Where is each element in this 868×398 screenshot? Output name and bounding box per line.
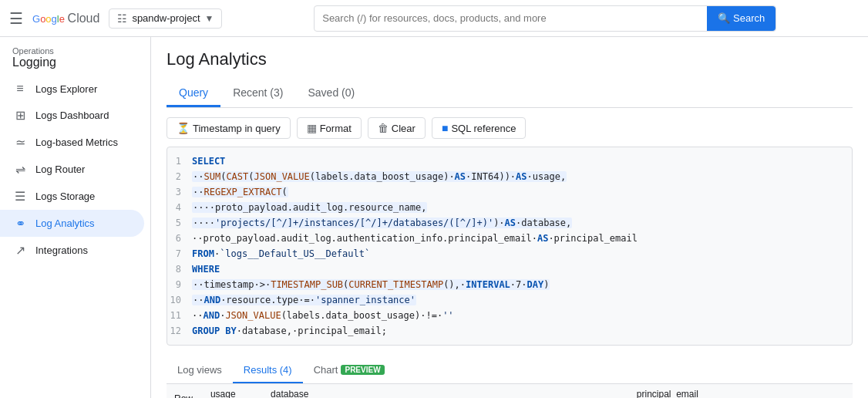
content-area: Log Analytics Query Recent (3) Saved (0)… [151,37,868,398]
sidebar-header: Operations Logging [0,37,150,76]
sidebar-item-label: Logs Dashboard [35,110,109,121]
sql-line-9: 9 ··timestamp·>·TIMESTAMP_SUB(CURRENT_TI… [167,277,852,292]
sidebar-item-integrations[interactable]: ↗ Integrations [0,237,144,264]
sql-editor[interactable]: 1 SELECT 2 ··SUM(CAST(JSON_VALUE(labels.… [167,147,853,346]
sql-line-11: 11 ··AND·JSON_VALUE(labels.data_boost_us… [167,308,852,323]
timestamp-label: Timestamp in query [193,123,281,134]
sql-ref-label: SQL reference [451,123,516,134]
sql-line-6: 6 ··proto_payload.audit_log.authenticati… [167,231,852,246]
search-button[interactable]: 🔍 Search [707,6,775,31]
query-tabs: Query Recent (3) Saved (0) [167,80,853,108]
sql-line-10: 10 ··AND·resource.type·=·'spanner_instan… [167,292,852,308]
tab-saved[interactable]: Saved (0) [295,80,367,107]
sidebar-item-logs-storage[interactable]: ☰ Logs Storage [0,183,144,210]
sql-line-4: 4 ····proto_payload.audit_log.resource_n… [167,200,852,215]
sql-reference-button[interactable]: ■ SQL reference [432,117,527,139]
storage-icon: ☰ [12,189,28,204]
sql-line-8: 8 WHERE [167,261,852,277]
sidebar-item-log-based-metrics[interactable]: ≃ Log-based Metrics [0,129,144,156]
router-icon: ⇌ [12,162,28,177]
chart-label: Chart [314,364,338,376]
clear-icon: 🗑 [378,122,389,134]
sql-line-1: 1 SELECT [167,153,852,169]
dashboard-icon: ⊞ [12,108,28,123]
format-icon: ▦ [307,122,317,134]
sql-line-7: 7 FROM·`logs__Default_US__Default` [167,246,852,261]
project-icon: ☷ [117,12,127,25]
sidebar-item-label: Logs Explorer [35,83,97,95]
sidebar-item-label: Log Router [35,164,85,175]
sql-line-2: 2 ··SUM(CAST(JSON_VALUE(labels.data_boos… [167,169,852,184]
clear-label: Clear [392,123,415,134]
col-header-principal-email: principal_email STRING [629,384,853,398]
tab-query[interactable]: Query [167,80,220,107]
col-header-row: Row [167,384,203,398]
sidebar-item-log-router[interactable]: ⇌ Log Router [0,156,144,183]
sidebar-item-logs-explorer[interactable]: ≡ Logs Explorer [0,76,144,102]
google-text: Google [32,13,68,25]
list-icon: ≡ [12,82,28,96]
query-toolbar: ⏳ Timestamp in query ▦ Format 🗑 Clear ■ … [167,117,853,139]
sidebar-item-log-analytics[interactable]: ⚭ Log Analytics [0,210,144,237]
col-header-usage: usage INTEGER [203,384,263,398]
sidebar-item-label: Integrations [35,245,88,256]
sql-line-12: 12 GROUP BY·database,·principal_email; [167,323,852,339]
search-icon: 🔍 [718,12,730,24]
clock-icon: ⏳ [177,122,190,134]
topbar: ☰ Google Cloud ☷ spandw-project ▼ 🔍 Sear… [0,0,868,37]
main-layout: Operations Logging ≡ Logs Explorer ⊞ Log… [0,37,868,398]
analytics-icon: ⚭ [12,216,28,231]
sidebar-item-label: Log Analytics [35,218,95,229]
integrations-icon: ↗ [12,243,28,258]
project-name: spandw-project [132,12,200,24]
format-button[interactable]: ▦ Format [297,117,362,139]
sql-line-3: 3 ··REGEXP_EXTRACT( [167,184,852,200]
timestamp-button[interactable]: ⏳ Timestamp in query [167,117,291,139]
page-title: Log Analytics [167,49,853,69]
sql-line-5: 5 ····'projects/[^/]+/instances/[^/]+/da… [167,215,852,231]
sidebar-title: Logging [12,56,138,69]
metrics-icon: ≃ [12,135,28,150]
tab-recent[interactable]: Recent (3) [220,80,295,107]
search-input[interactable] [315,8,707,28]
col-header-database: database STRING [263,384,629,398]
preview-badge: PREVIEW [341,365,384,375]
clear-button[interactable]: 🗑 Clear [368,117,426,139]
search-bar[interactable]: 🔍 Search [314,5,776,32]
sql-icon: ■ [442,122,448,134]
tab-chart[interactable]: Chart PREVIEW [303,358,395,383]
sidebar-item-logs-dashboard[interactable]: ⊞ Logs Dashboard [0,102,144,129]
tab-log-views[interactable]: Log views [167,358,233,383]
logo: Google Cloud [32,12,99,25]
google-cloud-logo: Google Cloud [32,12,99,25]
chevron-down-icon: ▼ [205,13,214,24]
format-label: Format [320,123,352,134]
menu-icon[interactable]: ☰ [9,9,23,28]
sidebar-item-label: Logs Storage [35,191,95,202]
project-selector[interactable]: ☷ spandw-project ▼ [109,8,222,29]
sidebar: Operations Logging ≡ Logs Explorer ⊞ Log… [0,37,151,398]
sidebar-ops-label: Operations [12,46,138,56]
table-header-row: Row usage INTEGER database STRING princi… [167,384,853,398]
search-label: Search [733,12,765,24]
tab-results[interactable]: Results (4) [233,358,303,383]
sidebar-item-label: Log-based Metrics [35,137,118,148]
results-table: Row usage INTEGER database STRING princi… [167,384,853,398]
results-tabs: Log views Results (4) Chart PREVIEW [167,358,853,384]
